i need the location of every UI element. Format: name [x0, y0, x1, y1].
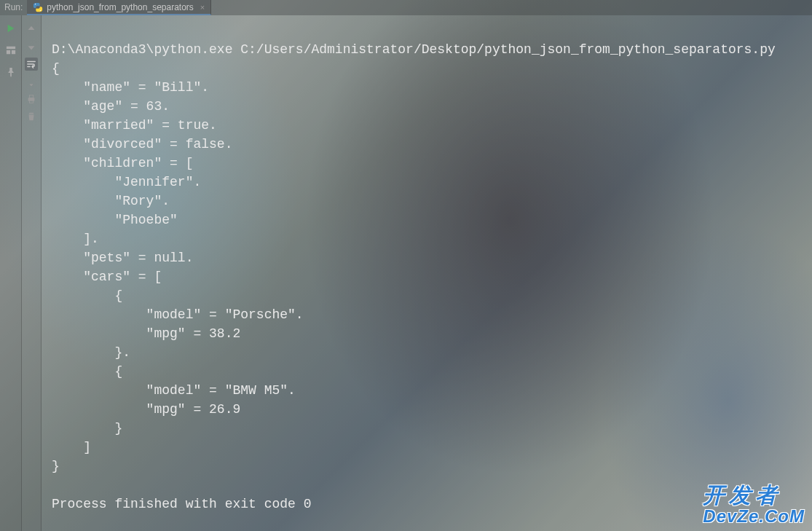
clear-all-button[interactable] [25, 110, 38, 123]
svg-rect-3 [6, 50, 9, 54]
console-gutter [22, 15, 42, 531]
scroll-to-end-button[interactable] [25, 75, 38, 88]
run-tool-window-body: D:\Anaconda3\python.exe C:/Users/Adminis… [0, 15, 812, 531]
program-output: { "name" = "Bill". "age" = 63. "married"… [52, 61, 304, 473]
svg-rect-2 [6, 47, 15, 50]
rerun-button[interactable] [5, 23, 17, 34]
svg-point-0 [35, 3, 36, 4]
layout-button[interactable] [5, 44, 17, 56]
svg-rect-4 [11, 50, 15, 54]
python-file-icon [33, 2, 43, 12]
run-sidebar [0, 15, 22, 531]
arrow-up-icon[interactable] [25, 23, 38, 36]
svg-rect-6 [29, 95, 33, 98]
run-config-tab[interactable]: python_json_from_python_separators × [27, 0, 211, 15]
command-line: D:\Anaconda3\python.exe C:/Users/Adminis… [52, 42, 776, 57]
process-exit-line: Process finished with exit code 0 [52, 497, 311, 511]
close-icon[interactable]: × [200, 3, 205, 12]
pin-button[interactable] [5, 66, 17, 78]
run-tool-window-header: Run: python_json_from_python_separators … [0, 0, 812, 15]
run-label: Run: [0, 0, 27, 15]
print-button[interactable] [25, 93, 38, 106]
arrow-down-icon[interactable] [25, 40, 38, 53]
console-output[interactable]: D:\Anaconda3\python.exe C:/Users/Adminis… [42, 15, 812, 531]
soft-wrap-button[interactable] [25, 58, 38, 71]
svg-point-1 [40, 9, 41, 10]
tab-label: python_json_from_python_separators [47, 2, 193, 12]
